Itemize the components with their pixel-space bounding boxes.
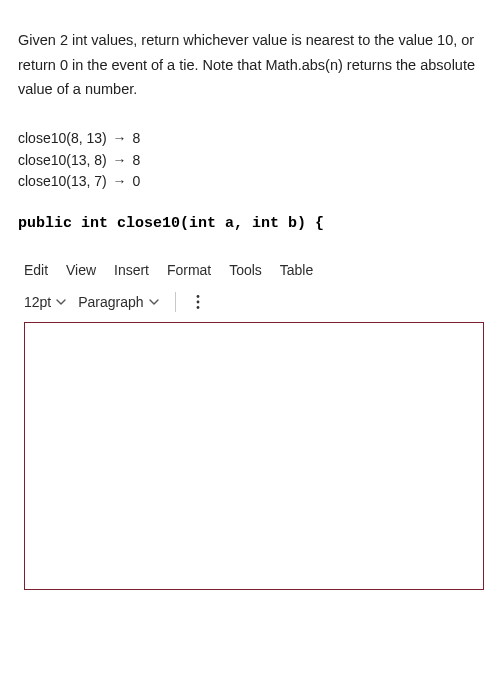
menu-view[interactable]: View xyxy=(66,262,96,278)
editor-textarea[interactable] xyxy=(24,322,484,590)
editor-toolbar: 12pt Paragraph xyxy=(24,292,484,312)
menu-table[interactable]: Table xyxy=(280,262,313,278)
more-options-button[interactable] xyxy=(192,294,204,310)
example-line: close10(13, 7) → 0 xyxy=(18,171,484,193)
arrow-icon: → xyxy=(113,128,127,150)
svg-point-0 xyxy=(196,295,199,298)
rich-text-editor: Edit View Insert Format Tools Table 12pt… xyxy=(18,262,484,590)
example-line: close10(8, 13) → 8 xyxy=(18,128,484,150)
function-signature: public int close10(int a, int b) { xyxy=(18,215,484,232)
arrow-icon: → xyxy=(113,171,127,193)
vertical-dots-icon xyxy=(196,294,200,310)
example-result: 8 xyxy=(133,130,141,146)
svg-point-2 xyxy=(196,306,199,309)
font-size-dropdown[interactable]: 12pt xyxy=(24,294,66,310)
example-line: close10(13, 8) → 8 xyxy=(18,150,484,172)
menu-format[interactable]: Format xyxy=(167,262,211,278)
editor-menu-bar: Edit View Insert Format Tools Table xyxy=(24,262,484,278)
example-result: 8 xyxy=(133,152,141,168)
chevron-down-icon xyxy=(56,297,66,307)
example-call: close10(8, 13) xyxy=(18,130,107,146)
problem-statement: Given 2 int values, return whichever val… xyxy=(18,28,484,102)
font-size-label: 12pt xyxy=(24,294,51,310)
example-result: 0 xyxy=(133,173,141,189)
menu-insert[interactable]: Insert xyxy=(114,262,149,278)
example-call: close10(13, 8) xyxy=(18,152,107,168)
toolbar-divider xyxy=(175,292,176,312)
paragraph-label: Paragraph xyxy=(78,294,143,310)
examples-block: close10(8, 13) → 8 close10(13, 8) → 8 cl… xyxy=(18,128,484,193)
paragraph-dropdown[interactable]: Paragraph xyxy=(78,294,158,310)
chevron-down-icon xyxy=(149,297,159,307)
svg-point-1 xyxy=(196,301,199,304)
example-call: close10(13, 7) xyxy=(18,173,107,189)
menu-tools[interactable]: Tools xyxy=(229,262,262,278)
arrow-icon: → xyxy=(113,150,127,172)
menu-edit[interactable]: Edit xyxy=(24,262,48,278)
